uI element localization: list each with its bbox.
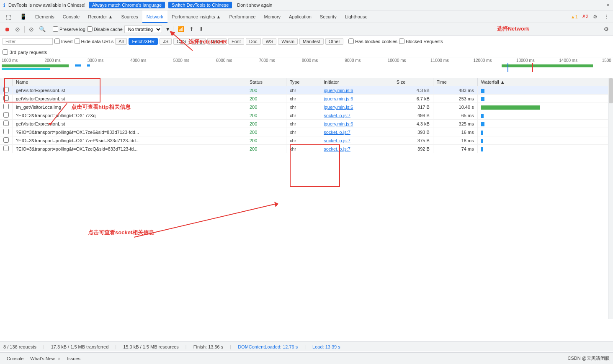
filter-tag-ws[interactable]: WS xyxy=(263,38,277,45)
warning-count[interactable]: ▲1 xyxy=(571,14,578,19)
disable-cache-checkbox[interactable] xyxy=(87,26,93,32)
filter-tag-fetch-xhr[interactable]: Fetch/XHR xyxy=(129,38,158,45)
filter-tag-manifest[interactable]: Manifest xyxy=(299,38,324,45)
tab-recorder[interactable]: Recorder ▲ xyxy=(84,10,117,23)
invert-checkbox[interactable] xyxy=(54,38,60,44)
tl-segment-green-large xyxy=(502,64,593,67)
dont-show-button[interactable]: Don't show again xyxy=(237,3,272,8)
settings-icon[interactable]: ⚙ xyxy=(591,13,600,21)
tab-lighthouse[interactable]: Lighthouse xyxy=(341,10,372,23)
row-size: 393 B xyxy=(393,128,433,136)
table-row[interactable]: im_getVisitorLocalImg 200 xhr jquery.min… xyxy=(0,103,608,111)
table-row[interactable]: ?EIO=3&transport=polling&t=OX17zXq 200 x… xyxy=(0,111,608,120)
row-checkbox[interactable] xyxy=(3,112,9,118)
row-checkbox[interactable] xyxy=(3,120,9,126)
wifi-icon-button[interactable]: 📶 xyxy=(176,25,186,33)
table-row[interactable]: ?EIO=3&transport=polling&t=OX17ze6&sid=8… xyxy=(0,128,608,136)
tab-inspector[interactable]: ⬚ xyxy=(2,10,15,23)
filter-tag-js[interactable]: JS xyxy=(160,38,172,45)
throttle-dropdown-icon[interactable]: ▼ xyxy=(165,26,170,32)
clear-button[interactable]: ⊘ xyxy=(13,25,22,33)
row-status: 200 xyxy=(246,120,286,128)
tl-segment-green1 xyxy=(2,64,69,67)
disable-cache-label[interactable]: Disable cache xyxy=(87,26,123,32)
filter-icon-button[interactable]: ⊘ xyxy=(27,25,36,33)
hide-data-urls-label[interactable]: Hide data URLs xyxy=(75,38,114,44)
tab-performance-insights[interactable]: Performance insights ▲ xyxy=(167,10,225,23)
third-party-checkbox[interactable] xyxy=(3,49,8,55)
table-row[interactable]: getVisitorExpressionList 200 xhr jquery.… xyxy=(0,95,608,103)
filter-input[interactable] xyxy=(3,38,53,45)
col-header-initiator[interactable]: Initiator xyxy=(320,78,393,86)
filter-tag-css[interactable]: CSS xyxy=(173,38,190,45)
col-header-type[interactable]: Type xyxy=(286,78,320,86)
has-blocked-label[interactable]: Has blocked cookies xyxy=(348,38,397,44)
preserve-log-label[interactable]: Preserve log xyxy=(53,26,85,32)
row-time: 65 ms xyxy=(433,111,477,120)
col-header-waterfall[interactable]: Waterfall ▲ xyxy=(477,78,608,86)
tl-marker-blue xyxy=(507,63,508,72)
tab-memory[interactable]: Memory xyxy=(260,10,285,23)
row-checkbox[interactable] xyxy=(3,95,9,101)
row-checkbox[interactable] xyxy=(3,87,9,92)
row-time: 483 ms xyxy=(433,86,477,95)
col-header-status[interactable]: Status xyxy=(246,78,286,86)
throttle-select[interactable]: No throttling xyxy=(124,26,162,33)
has-blocked-checkbox[interactable] xyxy=(348,38,354,44)
tab-console[interactable]: Console xyxy=(59,10,84,23)
toolbar-separator-3 xyxy=(173,26,173,33)
filter-tag-wasm[interactable]: Wasm xyxy=(278,38,298,45)
preserve-log-checkbox[interactable] xyxy=(53,26,58,32)
network-table-area: Name Status Type Initiator Size Time Wat… xyxy=(0,78,613,319)
row-checkbox[interactable] xyxy=(3,129,9,134)
select-network-annotation: 选择Network xyxy=(497,25,529,33)
row-checkbox[interactable] xyxy=(3,104,9,109)
download-icon-button[interactable]: ⬇ xyxy=(197,25,205,33)
tab-performance[interactable]: Performance xyxy=(225,10,260,23)
row-checkbox-cell xyxy=(0,86,13,95)
row-type: xhr xyxy=(286,120,320,128)
tab-sources[interactable]: Sources xyxy=(117,10,142,23)
hide-data-urls-checkbox[interactable] xyxy=(75,38,80,44)
invert-label[interactable]: Invert xyxy=(54,38,73,44)
table-row[interactable]: getVisitorExpressionList 200 xhr jquery.… xyxy=(0,86,608,95)
search-button[interactable]: 🔍 xyxy=(37,25,47,33)
record-stop-button[interactable]: ⏺ xyxy=(3,25,12,33)
scrollbar-thumb[interactable] xyxy=(609,78,613,103)
table-row[interactable]: ?EIO=3&transport=polling&t=OX17zeQ&sid=8… xyxy=(0,145,608,153)
tab-network[interactable]: Network xyxy=(142,10,167,23)
tab-device[interactable]: 📱 xyxy=(15,10,31,23)
notification-close-button[interactable]: × xyxy=(606,2,610,8)
tab-application[interactable]: Application xyxy=(285,10,316,23)
upload-icon-button[interactable]: ⬆ xyxy=(188,25,196,33)
row-waterfall xyxy=(477,111,608,120)
filter-tag-other[interactable]: Other xyxy=(325,38,344,45)
col-header-name[interactable]: Name xyxy=(13,78,246,86)
switch-chinese-button[interactable]: Switch DevTools to Chinese xyxy=(168,2,232,8)
table-row[interactable]: ?EIO=3&transport=polling&t=OX17zeP&sid=8… xyxy=(0,136,608,145)
tab-elements[interactable]: Elements xyxy=(31,10,59,23)
filter-tag-img[interactable]: Img xyxy=(191,38,206,45)
table-scroll-container[interactable]: Name Status Type Initiator Size Time Wat… xyxy=(0,78,608,319)
filter-tag-font[interactable]: Font xyxy=(228,38,244,45)
row-checkbox[interactable] xyxy=(3,137,9,143)
col-header-size[interactable]: Size xyxy=(393,78,433,86)
row-name: getVisitorExpressionList xyxy=(13,120,246,128)
row-status: 200 xyxy=(246,95,286,103)
filter-tag-media[interactable]: Media xyxy=(207,38,227,45)
more-icon[interactable]: ⋮ xyxy=(602,13,611,21)
filter-tag-doc[interactable]: Doc xyxy=(246,38,261,45)
scrollbar[interactable] xyxy=(608,78,613,319)
blocked-requests-checkbox[interactable] xyxy=(399,38,404,44)
row-name: im_getVisitorLocalImg xyxy=(13,103,246,111)
filter-tag-all[interactable]: All xyxy=(115,38,127,45)
row-checkbox[interactable] xyxy=(3,146,9,151)
table-row[interactable]: getVisitorExpressionList 200 xhr jquery.… xyxy=(0,120,608,128)
tab-security[interactable]: Security xyxy=(316,10,341,23)
blocked-requests-label[interactable]: Blocked Requests xyxy=(399,38,443,44)
toolbar-settings-icon[interactable]: ⚙ xyxy=(602,25,610,33)
sort-icon: ▲ xyxy=(500,79,505,85)
match-language-button[interactable]: Always match Chrome's language xyxy=(89,2,165,8)
col-header-time[interactable]: Time xyxy=(433,78,477,86)
error-count[interactable]: ✗2 xyxy=(582,14,588,19)
